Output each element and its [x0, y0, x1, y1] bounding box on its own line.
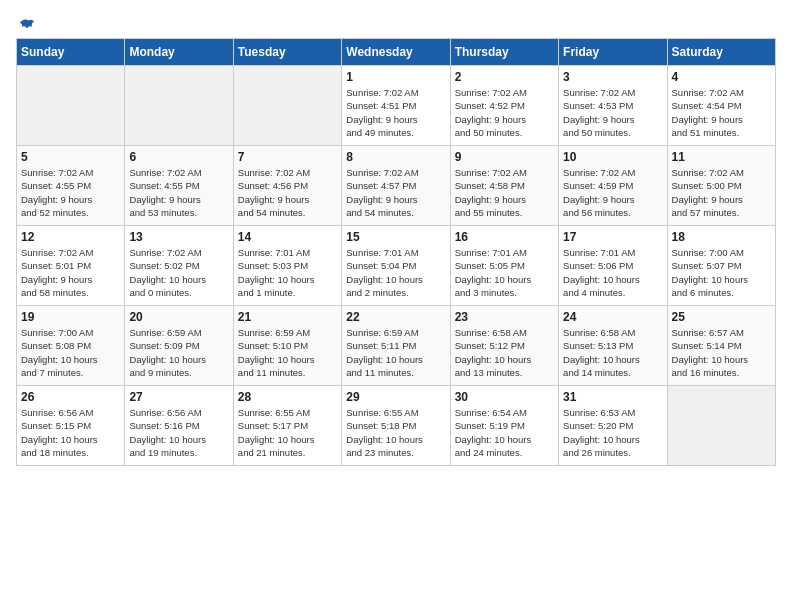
weekday-header: Sunday — [17, 39, 125, 66]
day-info: Sunrise: 6:58 AM Sunset: 5:12 PM Dayligh… — [455, 326, 554, 379]
day-info: Sunrise: 7:01 AM Sunset: 5:06 PM Dayligh… — [563, 246, 662, 299]
day-info: Sunrise: 6:56 AM Sunset: 5:16 PM Dayligh… — [129, 406, 228, 459]
day-info: Sunrise: 7:01 AM Sunset: 5:05 PM Dayligh… — [455, 246, 554, 299]
logo-bird-icon — [18, 16, 36, 34]
day-number: 3 — [563, 70, 662, 84]
day-number: 13 — [129, 230, 228, 244]
day-info: Sunrise: 7:01 AM Sunset: 5:03 PM Dayligh… — [238, 246, 337, 299]
calendar-cell: 22Sunrise: 6:59 AM Sunset: 5:11 PM Dayli… — [342, 306, 450, 386]
calendar-cell: 15Sunrise: 7:01 AM Sunset: 5:04 PM Dayli… — [342, 226, 450, 306]
day-info: Sunrise: 7:02 AM Sunset: 4:54 PM Dayligh… — [672, 86, 771, 139]
day-info: Sunrise: 6:54 AM Sunset: 5:19 PM Dayligh… — [455, 406, 554, 459]
calendar-week-row: 19Sunrise: 7:00 AM Sunset: 5:08 PM Dayli… — [17, 306, 776, 386]
weekday-header: Tuesday — [233, 39, 341, 66]
day-info: Sunrise: 7:00 AM Sunset: 5:07 PM Dayligh… — [672, 246, 771, 299]
calendar-cell: 6Sunrise: 7:02 AM Sunset: 4:55 PM Daylig… — [125, 146, 233, 226]
day-number: 1 — [346, 70, 445, 84]
day-number: 15 — [346, 230, 445, 244]
calendar-cell: 17Sunrise: 7:01 AM Sunset: 5:06 PM Dayli… — [559, 226, 667, 306]
calendar-cell: 13Sunrise: 7:02 AM Sunset: 5:02 PM Dayli… — [125, 226, 233, 306]
calendar-week-row: 1Sunrise: 7:02 AM Sunset: 4:51 PM Daylig… — [17, 66, 776, 146]
day-number: 23 — [455, 310, 554, 324]
calendar-cell: 16Sunrise: 7:01 AM Sunset: 5:05 PM Dayli… — [450, 226, 558, 306]
calendar-body: 1Sunrise: 7:02 AM Sunset: 4:51 PM Daylig… — [17, 66, 776, 466]
calendar-cell: 10Sunrise: 7:02 AM Sunset: 4:59 PM Dayli… — [559, 146, 667, 226]
day-info: Sunrise: 6:55 AM Sunset: 5:18 PM Dayligh… — [346, 406, 445, 459]
day-info: Sunrise: 7:02 AM Sunset: 4:55 PM Dayligh… — [21, 166, 120, 219]
day-number: 16 — [455, 230, 554, 244]
day-number: 6 — [129, 150, 228, 164]
calendar-cell: 24Sunrise: 6:58 AM Sunset: 5:13 PM Dayli… — [559, 306, 667, 386]
calendar-cell: 7Sunrise: 7:02 AM Sunset: 4:56 PM Daylig… — [233, 146, 341, 226]
day-info: Sunrise: 7:02 AM Sunset: 4:55 PM Dayligh… — [129, 166, 228, 219]
day-number: 12 — [21, 230, 120, 244]
day-number: 20 — [129, 310, 228, 324]
calendar-cell — [233, 66, 341, 146]
day-info: Sunrise: 6:58 AM Sunset: 5:13 PM Dayligh… — [563, 326, 662, 379]
calendar-cell: 28Sunrise: 6:55 AM Sunset: 5:17 PM Dayli… — [233, 386, 341, 466]
day-number: 2 — [455, 70, 554, 84]
day-info: Sunrise: 7:02 AM Sunset: 4:57 PM Dayligh… — [346, 166, 445, 219]
weekday-header: Monday — [125, 39, 233, 66]
weekday-header: Saturday — [667, 39, 775, 66]
day-info: Sunrise: 7:00 AM Sunset: 5:08 PM Dayligh… — [21, 326, 120, 379]
day-number: 10 — [563, 150, 662, 164]
day-info: Sunrise: 6:56 AM Sunset: 5:15 PM Dayligh… — [21, 406, 120, 459]
calendar-cell: 4Sunrise: 7:02 AM Sunset: 4:54 PM Daylig… — [667, 66, 775, 146]
day-number: 31 — [563, 390, 662, 404]
day-number: 8 — [346, 150, 445, 164]
day-number: 21 — [238, 310, 337, 324]
page-header — [16, 16, 776, 30]
calendar-cell: 18Sunrise: 7:00 AM Sunset: 5:07 PM Dayli… — [667, 226, 775, 306]
calendar-cell — [125, 66, 233, 146]
calendar-cell: 26Sunrise: 6:56 AM Sunset: 5:15 PM Dayli… — [17, 386, 125, 466]
calendar-cell — [667, 386, 775, 466]
calendar-cell: 30Sunrise: 6:54 AM Sunset: 5:19 PM Dayli… — [450, 386, 558, 466]
calendar-cell: 1Sunrise: 7:02 AM Sunset: 4:51 PM Daylig… — [342, 66, 450, 146]
day-number: 19 — [21, 310, 120, 324]
calendar-cell: 27Sunrise: 6:56 AM Sunset: 5:16 PM Dayli… — [125, 386, 233, 466]
day-number: 9 — [455, 150, 554, 164]
calendar-cell: 5Sunrise: 7:02 AM Sunset: 4:55 PM Daylig… — [17, 146, 125, 226]
calendar-header: SundayMondayTuesdayWednesdayThursdayFrid… — [17, 39, 776, 66]
calendar-cell: 3Sunrise: 7:02 AM Sunset: 4:53 PM Daylig… — [559, 66, 667, 146]
calendar-cell: 31Sunrise: 6:53 AM Sunset: 5:20 PM Dayli… — [559, 386, 667, 466]
day-number: 30 — [455, 390, 554, 404]
calendar-cell: 21Sunrise: 6:59 AM Sunset: 5:10 PM Dayli… — [233, 306, 341, 386]
calendar-cell — [17, 66, 125, 146]
weekday-row: SundayMondayTuesdayWednesdayThursdayFrid… — [17, 39, 776, 66]
calendar-cell: 12Sunrise: 7:02 AM Sunset: 5:01 PM Dayli… — [17, 226, 125, 306]
day-number: 5 — [21, 150, 120, 164]
day-info: Sunrise: 6:57 AM Sunset: 5:14 PM Dayligh… — [672, 326, 771, 379]
day-number: 7 — [238, 150, 337, 164]
weekday-header: Friday — [559, 39, 667, 66]
day-number: 18 — [672, 230, 771, 244]
day-info: Sunrise: 7:02 AM Sunset: 5:01 PM Dayligh… — [21, 246, 120, 299]
calendar-week-row: 26Sunrise: 6:56 AM Sunset: 5:15 PM Dayli… — [17, 386, 776, 466]
day-number: 29 — [346, 390, 445, 404]
day-info: Sunrise: 7:02 AM Sunset: 5:02 PM Dayligh… — [129, 246, 228, 299]
day-number: 26 — [21, 390, 120, 404]
calendar-week-row: 12Sunrise: 7:02 AM Sunset: 5:01 PM Dayli… — [17, 226, 776, 306]
day-info: Sunrise: 7:01 AM Sunset: 5:04 PM Dayligh… — [346, 246, 445, 299]
calendar-cell: 29Sunrise: 6:55 AM Sunset: 5:18 PM Dayli… — [342, 386, 450, 466]
day-number: 11 — [672, 150, 771, 164]
day-number: 28 — [238, 390, 337, 404]
calendar-cell: 11Sunrise: 7:02 AM Sunset: 5:00 PM Dayli… — [667, 146, 775, 226]
day-info: Sunrise: 6:59 AM Sunset: 5:09 PM Dayligh… — [129, 326, 228, 379]
day-info: Sunrise: 7:02 AM Sunset: 4:56 PM Dayligh… — [238, 166, 337, 219]
day-info: Sunrise: 6:55 AM Sunset: 5:17 PM Dayligh… — [238, 406, 337, 459]
day-info: Sunrise: 7:02 AM Sunset: 4:52 PM Dayligh… — [455, 86, 554, 139]
calendar-table: SundayMondayTuesdayWednesdayThursdayFrid… — [16, 38, 776, 466]
calendar-cell: 8Sunrise: 7:02 AM Sunset: 4:57 PM Daylig… — [342, 146, 450, 226]
calendar-cell: 23Sunrise: 6:58 AM Sunset: 5:12 PM Dayli… — [450, 306, 558, 386]
calendar-cell: 25Sunrise: 6:57 AM Sunset: 5:14 PM Dayli… — [667, 306, 775, 386]
day-info: Sunrise: 7:02 AM Sunset: 4:58 PM Dayligh… — [455, 166, 554, 219]
calendar-cell: 9Sunrise: 7:02 AM Sunset: 4:58 PM Daylig… — [450, 146, 558, 226]
day-info: Sunrise: 6:53 AM Sunset: 5:20 PM Dayligh… — [563, 406, 662, 459]
day-number: 24 — [563, 310, 662, 324]
day-info: Sunrise: 7:02 AM Sunset: 4:53 PM Dayligh… — [563, 86, 662, 139]
day-number: 25 — [672, 310, 771, 324]
day-info: Sunrise: 6:59 AM Sunset: 5:10 PM Dayligh… — [238, 326, 337, 379]
day-number: 4 — [672, 70, 771, 84]
